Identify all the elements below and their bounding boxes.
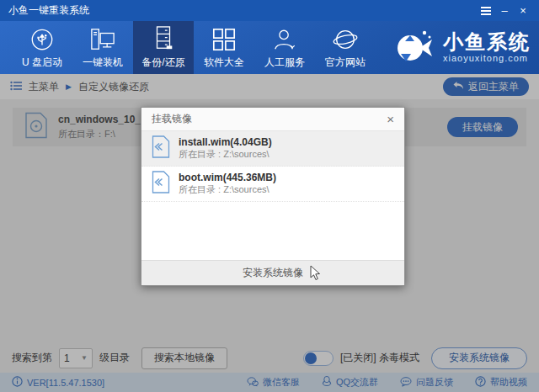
wim-list-item-boot[interactable]: boot.wim(445.36MB) 所在目录 : Z:\sources\ (141, 167, 404, 202)
grid-icon (211, 25, 237, 52)
menu-icon[interactable] (477, 3, 495, 19)
titlebar: 小鱼一键重装系统 – × (0, 0, 539, 21)
nav-item-backup-restore[interactable]: 备份/还原 (133, 21, 194, 74)
brand-name: 小鱼系统 (443, 31, 531, 53)
wim-file-name: boot.wim(445.36MB) (179, 172, 276, 184)
wim-file-icon (152, 171, 170, 197)
minimize-icon[interactable]: – (495, 3, 514, 19)
server-icon (151, 25, 176, 52)
computer-icon (88, 25, 117, 52)
nav-label: 备份/还原 (141, 56, 184, 70)
dialog-close-icon[interactable]: × (387, 113, 394, 125)
nav-item-usb-boot[interactable]: U 盘启动 (12, 21, 72, 74)
mount-image-dialog: 挂载镜像 × install.wim(4.04GB) 所在目录 : Z:\sou… (141, 107, 405, 286)
dialog-header: 挂载镜像 × (141, 108, 404, 131)
nav-label: U 盘启动 (22, 56, 62, 70)
window-title: 小鱼一键重装系统 (8, 3, 89, 18)
nav-item-support[interactable]: 人工服务 (254, 21, 315, 74)
wim-file-icon (152, 135, 170, 162)
brand-url: xiaoyuxitong.com (443, 53, 531, 63)
brand-logo: 小鱼系统 xiaoyuxitong.com (392, 26, 531, 68)
mouse-cursor (310, 265, 321, 284)
dialog-body: install.wim(4.04GB) 所在目录 : Z:\sources\ b… (141, 131, 404, 260)
close-icon[interactable]: × (514, 3, 532, 19)
nav-label: 软件大全 (204, 56, 244, 70)
dialog-install-button[interactable]: 安装系统镜像 (141, 260, 404, 285)
wim-file-name: install.wim(4.04GB) (179, 136, 272, 149)
wim-file-path: 所在目录 : Z:\sources\ (179, 149, 272, 161)
nav-label: 一键装机 (83, 56, 123, 70)
main-nav: U 盘启动 一键装机 备份/还原 软件大全 (0, 21, 539, 74)
globe-icon (332, 25, 359, 52)
wim-list-item-install[interactable]: install.wim(4.04GB) 所在目录 : Z:\sources\ (141, 131, 404, 167)
dialog-title: 挂载镜像 (152, 112, 192, 126)
nav-label: 官方网站 (325, 56, 366, 70)
fish-logo-icon (392, 26, 436, 68)
usb-icon (29, 25, 55, 52)
nav-item-one-click-install[interactable]: 一键装机 (72, 21, 133, 74)
nav-item-software[interactable]: 软件大全 (194, 21, 254, 74)
wim-file-path: 所在目录 : Z:\sources\ (179, 184, 276, 196)
nav-item-website[interactable]: 官方网站 (315, 21, 376, 74)
person-icon (272, 25, 297, 52)
nav-label: 人工服务 (264, 56, 305, 70)
